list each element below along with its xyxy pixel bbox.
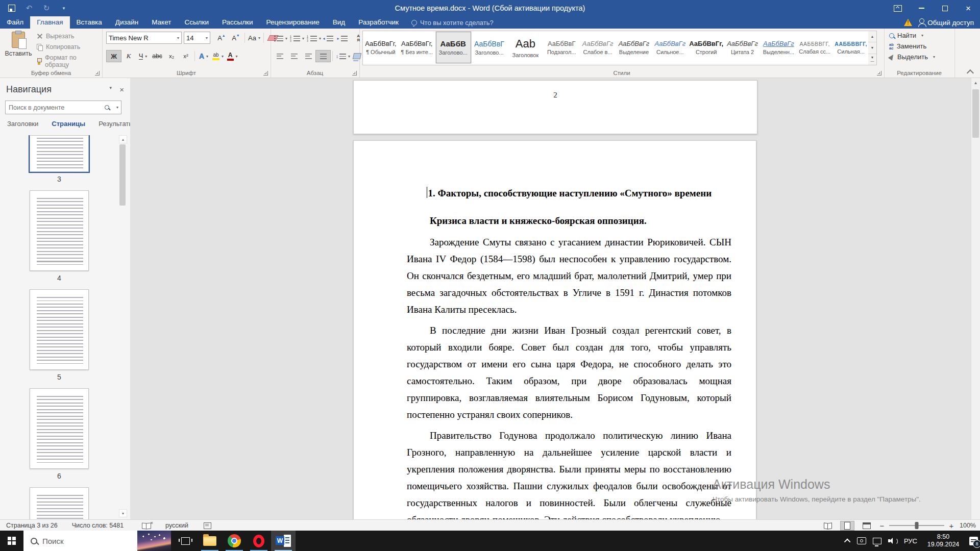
align-left-button[interactable] <box>273 51 287 62</box>
highlight-color-button[interactable]: ab▾ <box>211 51 225 62</box>
tell-me-box[interactable]: Что вы хотите сделать? <box>411 16 494 29</box>
page-thumbnail-4[interactable] <box>30 190 89 271</box>
select-button[interactable]: Выделить▾ <box>889 53 935 61</box>
save-button[interactable] <box>7 4 16 13</box>
superscript-button[interactable]: х² <box>179 51 193 62</box>
line-spacing-button[interactable]: ↕▾ <box>334 51 352 62</box>
style-item[interactable]: АаbЗаголовок <box>507 31 544 64</box>
underline-button[interactable]: Ч▾ <box>136 51 150 62</box>
shrink-font-button[interactable]: А▼ <box>229 32 243 43</box>
format-painter-button[interactable]: Формат по образцу <box>37 54 102 68</box>
document-paragraph[interactable]: Зарождение Смуты связано с угасанием дин… <box>407 234 731 318</box>
page-thumbnail-3[interactable] <box>30 135 89 172</box>
activation-warning-icon[interactable] <box>904 19 912 26</box>
change-case-button[interactable]: Аа▾ <box>247 32 262 43</box>
text-effects-button[interactable]: А▾ <box>197 51 211 62</box>
document-page-3[interactable]: 1. Факторы, способствующие наступлению «… <box>353 140 756 519</box>
ribbon-display-options-button[interactable] <box>886 0 910 16</box>
word-taskbar-button[interactable]: W <box>271 531 296 551</box>
font-family-combobox[interactable]: Times New R▾ <box>106 32 182 44</box>
collapse-ribbon-button[interactable] <box>967 69 974 77</box>
numbering-button[interactable]: ▾ <box>289 33 306 44</box>
action-center-icon[interactable]: 8 <box>969 537 978 545</box>
word-count[interactable]: Число слов: 5481 <box>72 522 124 529</box>
tab-файл[interactable]: Файл <box>0 16 30 29</box>
opera-button[interactable] <box>247 531 271 551</box>
italic-button[interactable]: К <box>121 51 136 62</box>
style-item[interactable]: АаБбВвГгЦитата 2 <box>725 31 761 64</box>
bullets-button[interactable]: ▾ <box>273 33 289 44</box>
navigation-tab-заголовки[interactable]: Заголовки <box>7 120 38 130</box>
style-item[interactable]: АаБбВвГг,¶ Без инте... <box>399 31 435 64</box>
search-input[interactable] <box>6 104 105 111</box>
document-paragraph[interactable]: Правительство Годунова продолжало полити… <box>407 427 731 519</box>
styles-scroll-down-button[interactable]: ▼ <box>868 42 876 54</box>
read-mode-button[interactable] <box>821 521 835 531</box>
document-page-2[interactable]: 2 <box>353 80 757 134</box>
navigation-close-button[interactable]: × <box>119 85 124 94</box>
decrease-indent-button[interactable] <box>323 33 337 44</box>
subscript-button[interactable]: х₂ <box>164 51 179 62</box>
share-button[interactable]: Общий доступ <box>919 19 974 27</box>
web-layout-button[interactable] <box>860 521 874 531</box>
navigation-options-dropdown[interactable]: ▾ <box>109 85 112 90</box>
scroll-up-arrow[interactable]: ▲ <box>972 79 979 87</box>
style-item[interactable]: АаБбВвГПодзагол... <box>544 31 580 64</box>
search-highlight-image[interactable] <box>137 531 171 551</box>
strikethrough-button[interactable]: abc <box>150 51 164 62</box>
restore-button[interactable] <box>933 0 957 16</box>
document-heading[interactable]: 1. Факторы, способствующие наступлению «… <box>407 185 731 202</box>
scroll-up-arrow[interactable]: ▲ <box>119 135 127 143</box>
font-size-combobox[interactable]: 14▾ <box>184 32 210 44</box>
document-paragraph[interactable]: В последние дни жизни Иван Грозный созда… <box>407 322 731 423</box>
style-item[interactable]: ААББВВГГ,Слабая сс... <box>797 31 833 64</box>
grow-font-button[interactable]: А▲ <box>214 32 229 43</box>
zoom-slider-thumb[interactable] <box>915 522 919 529</box>
copy-button[interactable]: Копировать <box>37 43 102 51</box>
zoom-in-button[interactable]: + <box>948 521 954 530</box>
tab-рассылки[interactable]: Рассылки <box>215 16 260 29</box>
style-item[interactable]: АаБбВвГг,¶ Обычный <box>363 31 399 64</box>
clipboard-dialog-launcher[interactable] <box>95 71 100 76</box>
zoom-level[interactable]: 100% <box>960 522 977 529</box>
styles-scroll-up-button[interactable]: ▲ <box>868 31 876 42</box>
scrollbar-thumb[interactable] <box>972 89 979 138</box>
navigation-tab-результаты[interactable]: Результаты <box>99 120 133 130</box>
network-icon[interactable] <box>873 538 881 544</box>
volume-icon[interactable] <box>888 537 897 544</box>
font-dialog-launcher[interactable] <box>263 71 268 76</box>
align-right-button[interactable] <box>301 51 315 62</box>
language-indicator[interactable]: русский <box>165 522 188 529</box>
bold-button[interactable]: Ж <box>106 50 121 62</box>
style-item[interactable]: АаБбВвГг,Строгий <box>689 31 725 64</box>
scrollbar-thumb[interactable] <box>119 144 126 206</box>
tablet-mode-icon[interactable] <box>857 537 866 544</box>
minimize-button[interactable] <box>910 0 933 16</box>
tab-ссылки[interactable]: Ссылки <box>178 16 215 29</box>
tab-макет[interactable]: Макет <box>145 16 178 29</box>
page-indicator[interactable]: Страница 3 из 26 <box>6 522 58 529</box>
styles-dialog-launcher[interactable] <box>877 71 881 76</box>
tab-главная[interactable]: Главная <box>30 16 69 29</box>
paste-button[interactable]: Вставить <box>4 31 33 70</box>
tab-вставка[interactable]: Вставка <box>70 16 109 29</box>
undo-button[interactable]: ↶ <box>24 4 34 13</box>
zoom-slider[interactable] <box>889 525 944 526</box>
document-search-box[interactable]: ▾ <box>5 101 121 114</box>
page-thumbnail-6[interactable] <box>30 388 89 469</box>
style-item[interactable]: АаБбВвГгВыделение <box>616 31 652 64</box>
tab-дизайн[interactable]: Дизайн <box>109 16 145 29</box>
navigation-tab-страницы[interactable]: Страницы <box>52 120 85 130</box>
style-item[interactable]: АаБбВвГгВыделенн... <box>761 31 797 64</box>
customize-quick-access-dropdown[interactable]: ▾ <box>59 4 68 13</box>
style-item[interactable]: ААББВВГГ,Сильная... <box>833 31 869 64</box>
clock[interactable]: 8:50 19.09.2024 <box>924 533 963 548</box>
find-button[interactable]: Найти▾ <box>889 32 935 39</box>
start-button[interactable] <box>0 531 23 551</box>
page-thumbnail[interactable] <box>30 487 89 519</box>
page-thumbnail-5[interactable] <box>30 289 89 370</box>
align-center-button[interactable] <box>287 51 301 62</box>
scroll-down-arrow[interactable]: ▼ <box>119 509 127 517</box>
multilevel-list-button[interactable]: ▾ <box>306 33 323 44</box>
style-item[interactable]: АаБбВвГЗаголово... <box>472 31 508 64</box>
